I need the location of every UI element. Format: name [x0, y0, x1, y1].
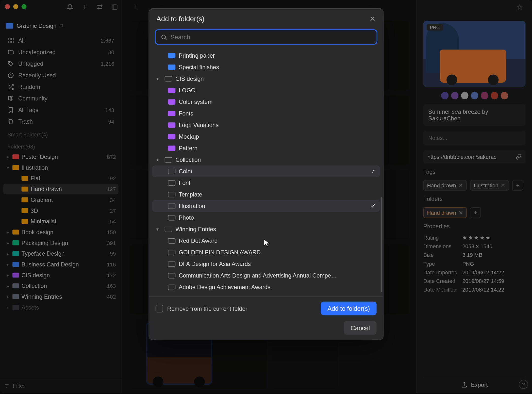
tree-row-printing-paper[interactable]: Printing paper	[152, 50, 380, 61]
tree-row-adobe-design-achievement-award[interactable]: Adobe Design Achievement Awards	[152, 281, 380, 293]
tree-row-collection[interactable]: ▾Collection	[152, 154, 380, 165]
tree-row-cis-design[interactable]: ▾CIS design	[152, 73, 380, 84]
folder-tree[interactable]: Printing paperSpecial finishes▾CIS desig…	[149, 48, 383, 296]
cancel-button[interactable]: Cancel	[344, 321, 377, 335]
tree-row-communication-arts-design-and-[interactable]: Communication Arts Design and Advertisin…	[152, 270, 380, 281]
add-to-folder-modal: Add to folder(s) ✕ Printing paperSpecial…	[149, 8, 383, 340]
search-icon	[161, 34, 167, 40]
tree-row-special-finishes[interactable]: Special finishes	[152, 61, 380, 73]
tree-row-winning-entries[interactable]: ▾Winning Entries	[152, 223, 380, 235]
add-to-folder-button[interactable]: Add to folder(s)	[321, 302, 377, 315]
remove-label: Remove from the current folder	[167, 305, 248, 312]
app-window: Graphic Design ⇅ All2,667Uncategorized30…	[0, 0, 532, 393]
tree-row-photo[interactable]: Photo	[152, 212, 380, 223]
scrollbar-thumb[interactable]	[381, 197, 382, 292]
modal-title: Add to folder(s)	[156, 15, 204, 23]
tree-row-fonts[interactable]: Fonts	[152, 108, 380, 119]
search-input[interactable]	[170, 33, 371, 41]
remove-checkbox[interactable]	[156, 305, 163, 312]
tree-row-illustration[interactable]: Illustration✓	[152, 200, 380, 212]
svg-point-7	[162, 35, 166, 39]
tree-row-font[interactable]: Font	[152, 177, 380, 189]
tree-row-pattern[interactable]: Pattern	[152, 142, 380, 154]
tree-row-color-system[interactable]: Color system	[152, 96, 380, 108]
tree-row-mockup[interactable]: Mockup	[152, 131, 380, 142]
tree-row-color[interactable]: Color✓	[152, 165, 380, 177]
tree-row-template[interactable]: Template	[152, 189, 380, 200]
tree-row-dfa-design-for-asia-awards[interactable]: DFA Design for Asia Awards	[152, 258, 380, 270]
tree-row-logo-variations[interactable]: Logo Variations	[152, 119, 380, 131]
modal-footer: Remove from the current folder Add to fo…	[149, 296, 383, 340]
tree-row-red-dot-award[interactable]: Red Dot Award	[152, 235, 380, 246]
close-icon[interactable]: ✕	[369, 15, 376, 24]
search-field[interactable]	[155, 29, 377, 45]
tree-row-golden-pin-design-award[interactable]: GOLDEN PIN DESIGN AWARD	[152, 246, 380, 258]
tree-row-logo[interactable]: LOGO	[152, 84, 380, 96]
modal-overlay: Add to folder(s) ✕ Printing paperSpecial…	[0, 0, 532, 393]
